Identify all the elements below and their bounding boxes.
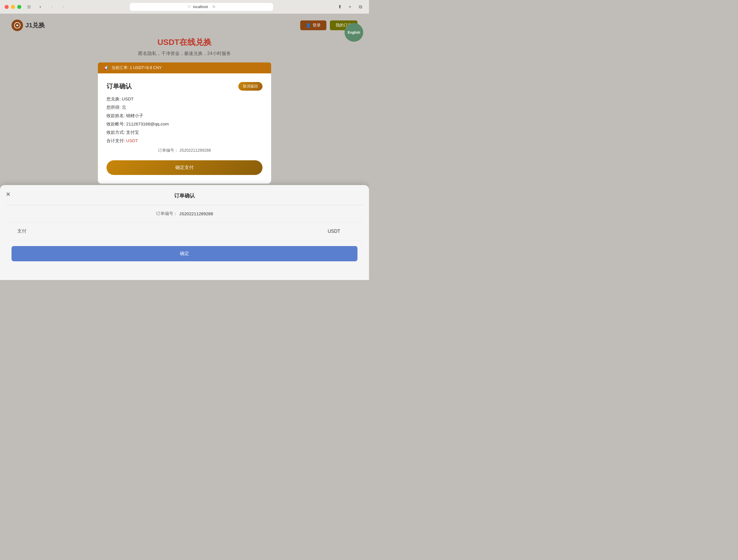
share-icon[interactable]: ⬆ — [336, 3, 344, 11]
logo-icon — [12, 20, 23, 31]
minimize-traffic-light[interactable] — [11, 5, 15, 9]
sheet-order-number-row: 订单编号： JS202211289288 — [6, 205, 363, 222]
order-number: 订单编号： JS202211289288 — [106, 148, 263, 153]
order-card-header: 订单确认 取消返回 — [106, 82, 263, 91]
order-payee-account-row: 收款帐号: 2112673168@qq.com — [106, 121, 263, 127]
tabs-icon[interactable]: ⧉ — [356, 3, 364, 11]
logo-text: J1兑换 — [25, 21, 45, 30]
rate-text: 当前汇率: 1 USDT=8.8 CNY — [111, 65, 162, 70]
sheet-close-button[interactable]: ✕ — [6, 191, 11, 198]
sheet-order-number-value: JS202211289288 — [179, 211, 213, 216]
confirm-pay-button[interactable]: 确定支付 — [106, 160, 263, 175]
reload-icon[interactable]: ↻ — [213, 5, 216, 9]
navbar: J1兑换 👤 登录 我的订单 — [0, 20, 369, 37]
receive-label: 您所得: — [106, 105, 120, 110]
english-language-button[interactable]: English — [345, 23, 363, 42]
fullscreen-traffic-light[interactable] — [17, 5, 21, 9]
order-exchange-row: 您兑换: USDT — [106, 96, 263, 102]
sheet-payment-value: USDT — [328, 229, 340, 234]
total-value: USDT — [126, 138, 138, 143]
url-text: localhost — [193, 5, 208, 9]
bottom-sheet: ✕ 订单确认 订单编号： JS202211289288 支付 USDT 确定 — [0, 185, 369, 280]
logo: J1兑换 — [12, 20, 45, 31]
close-traffic-light[interactable] — [5, 5, 9, 9]
exchange-label: 您兑换: — [106, 96, 120, 101]
sheet-payment-label: 支付 — [17, 228, 40, 234]
order-payment-method-row: 收款方式: 支付宝 — [106, 130, 263, 135]
browser-actions: ⬆ + ⧉ — [336, 3, 364, 11]
order-receive-row: 您所得: 元 — [106, 105, 263, 110]
traffic-lights — [5, 5, 21, 9]
announcement-icon: 📢 — [104, 66, 108, 70]
sheet-title: 订单确认 — [0, 191, 369, 205]
order-card-title: 订单确认 — [106, 82, 132, 91]
page-subtitle: 匿名隐私，干净资金，极速兑换，24小时服务 — [0, 51, 369, 57]
payee-account-label: 收款帐号: — [106, 121, 125, 126]
payee-name-label: 收款姓名: — [106, 113, 125, 118]
new-tab-icon[interactable]: + — [346, 3, 354, 11]
address-bar[interactable]: 🛡 localhost ↻ — [129, 3, 274, 11]
login-button[interactable]: 👤 登录 — [300, 20, 326, 30]
sheet-confirm-button[interactable]: 确定 — [12, 246, 357, 261]
payment-method-label: 收款方式: — [106, 130, 125, 135]
page-content: J1兑换 👤 登录 我的订单 USDT在线兑换 匿名隐私，干净资金，极速兑换，2… — [0, 14, 369, 189]
order-card: 订单确认 取消返回 您兑换: USDT 您所得: 元 收款姓名: 锦鲤小子 收款… — [98, 73, 271, 183]
browser-chrome: ⊞ ▾ ‹ › 🛡 localhost ↻ ⬆ + ⧉ — [0, 0, 369, 14]
receive-value: 元 — [122, 105, 126, 110]
page-title: USDT在线兑换 — [0, 37, 369, 48]
total-label: 合计支付: — [106, 138, 125, 143]
back-icon[interactable]: ‹ — [48, 3, 56, 11]
chevron-down-icon[interactable]: ▾ — [36, 3, 44, 11]
cancel-return-button[interactable]: 取消返回 — [238, 82, 263, 91]
forward-icon[interactable]: › — [59, 3, 67, 11]
user-icon: 👤 — [306, 23, 311, 28]
exchange-value: USDT — [122, 96, 133, 101]
sheet-order-number-label: 订单编号： — [156, 211, 177, 216]
sidebar-toggle-icon[interactable]: ⊞ — [25, 3, 33, 11]
payment-method-value: 支付宝 — [126, 130, 139, 135]
sheet-payment-row: 支付 USDT — [6, 222, 363, 240]
rate-bar: 📢 当前汇率: 1 USDT=8.8 CNY — [98, 62, 271, 73]
page-title-area: USDT在线兑换 匿名隐私，干净资金，极速兑换，24小时服务 — [0, 37, 369, 57]
payee-account-value: 2112673168@qq.com — [126, 121, 169, 126]
security-icon: 🛡 — [188, 5, 191, 9]
order-payee-name-row: 收款姓名: 锦鲤小子 — [106, 113, 263, 118]
order-number-value: JS202211289288 — [179, 148, 211, 152]
payee-name-value: 锦鲤小子 — [126, 113, 143, 118]
order-total-row: 合计支付: USDT — [106, 138, 263, 144]
order-number-label: 订单编号： — [158, 148, 178, 152]
